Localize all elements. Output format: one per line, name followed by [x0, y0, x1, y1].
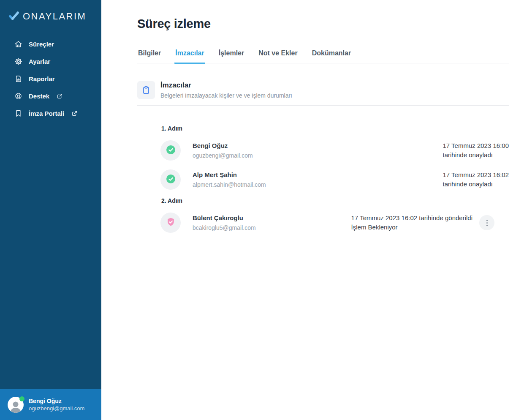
section-divider [137, 105, 509, 106]
signer-name: Bengi Oğuz [193, 142, 253, 150]
signer-row: Bülent Çakıroglu bcakiroglu5@gmail.com 1… [160, 208, 509, 237]
approved-check-icon [166, 145, 175, 156]
step-group: 2. Adım Bülent Çakıroglu bcakiroglu5@gma… [160, 197, 509, 237]
section-subtitle: Belgeleri imzalayacak kişiler ve ve işle… [160, 92, 292, 99]
sidebar-item-label: Ayarlar [29, 58, 50, 65]
sidebar-spacer [0, 122, 101, 389]
tab-imzacilar[interactable]: İmzacılar [174, 48, 205, 64]
sidebar-item-surecler[interactable]: Süreçler [0, 35, 101, 53]
user-email: oguzbengi@gmail.com [29, 405, 84, 412]
app-logo[interactable]: ONAYLARIM [0, 0, 101, 26]
status-date: 17 Temmuz 2023 16:02 [443, 170, 509, 180]
support-icon [14, 92, 22, 100]
sidebar-item-label: Raporlar [29, 75, 55, 82]
signer-avatar [160, 213, 181, 233]
signer-name: Bülent Çakıroglu [193, 214, 256, 222]
tab-islemler[interactable]: İşlemler [218, 48, 245, 64]
sidebar-item-destek[interactable]: Destek [0, 87, 101, 105]
home-icon [14, 40, 22, 48]
status-text: İşlem Bekleniyor [351, 223, 472, 232]
signer-status: 17 Temmuz 2023 16:00 tarihinde onayladı [443, 141, 509, 160]
approved-check-icon [166, 175, 175, 185]
row-menu-button[interactable] [479, 215, 494, 230]
signer-row: Alp Mert Şahin alpmert.sahin@hotmail.com… [160, 165, 509, 194]
gear-icon [14, 57, 22, 65]
bookmark-icon [14, 109, 22, 117]
step-label: 2. Adım [161, 197, 509, 204]
sidebar: ONAYLARIM Süreçler Ayarlar [0, 0, 101, 420]
signer-status: 17 Temmuz 2023 16:02 tarihinde gönderild… [351, 213, 472, 232]
tab-bilgiler[interactable]: Bilgiler [137, 48, 162, 64]
signer-steps: 1. Adım Bengi Oğuz oguzbengi@gmail.com 1… [160, 125, 509, 237]
sidebar-item-ayarlar[interactable]: Ayarlar [0, 53, 101, 70]
tab-not-ve-ekler[interactable]: Not ve Ekler [258, 48, 298, 64]
signer-row: Bengi Oğuz oguzbengi@gmail.com 17 Temmuz… [160, 136, 509, 165]
signer-avatar [160, 140, 181, 161]
status-date: 17 Temmuz 2023 16:02 tarihinde gönderild… [351, 213, 472, 223]
external-link-icon [72, 111, 77, 116]
sidebar-item-label: Destek [29, 93, 49, 100]
status-text: tarihinde onayladı [443, 180, 509, 189]
sidebar-item-imza-portali[interactable]: İmza Portali [0, 105, 101, 122]
status-text: tarihinde onayladı [443, 150, 509, 160]
sidebar-item-label: Süreçler [29, 41, 54, 48]
main-content: Süreç izleme Bilgiler İmzacılar İşlemler… [101, 0, 524, 420]
sidebar-item-label: İmza Portali [29, 110, 64, 117]
signer-avatar [160, 169, 181, 190]
sidebar-item-raporlar[interactable]: Raporlar [0, 70, 101, 87]
signer-status: 17 Temmuz 2023 16:02 tarihinde onayladı [443, 170, 509, 189]
page-title: Süreç izleme [137, 17, 509, 31]
user-profile[interactable]: Bengi Oğuz oguzbengi@gmail.com [0, 389, 101, 420]
logo-check-icon [8, 10, 19, 23]
step-group: 1. Adım Bengi Oğuz oguzbengi@gmail.com 1… [160, 125, 509, 194]
step-label: 1. Adım [161, 125, 509, 132]
status-date: 17 Temmuz 2023 16:00 [443, 141, 509, 150]
report-icon [14, 75, 22, 83]
pending-shield-icon [166, 218, 175, 228]
clipboard-icon [141, 85, 151, 95]
user-name: Bengi Oğuz [29, 397, 84, 405]
signer-email: oguzbengi@gmail.com [193, 152, 253, 159]
section-title: İmzacılar [160, 81, 292, 90]
app-name: ONAYLARIM [23, 11, 86, 22]
user-avatar [8, 397, 24, 413]
signer-email: bcakiroglu5@gmail.com [193, 224, 256, 232]
sidebar-nav: Süreçler Ayarlar Raporlar [0, 35, 101, 122]
online-status-dot [19, 396, 24, 401]
section-icon-box [137, 81, 155, 99]
signer-email: alpmert.sahin@hotmail.com [193, 181, 266, 188]
tab-bar: Bilgiler İmzacılar İşlemler Not ve Ekler… [137, 48, 509, 63]
tab-dokumanlar[interactable]: Dokümanlar [311, 48, 352, 64]
signer-name: Alp Mert Şahin [193, 171, 266, 179]
external-link-icon [57, 93, 62, 99]
section-header: İmzacılar Belgeleri imzalayacak kişiler … [137, 81, 509, 99]
person-icon [8, 400, 23, 413]
